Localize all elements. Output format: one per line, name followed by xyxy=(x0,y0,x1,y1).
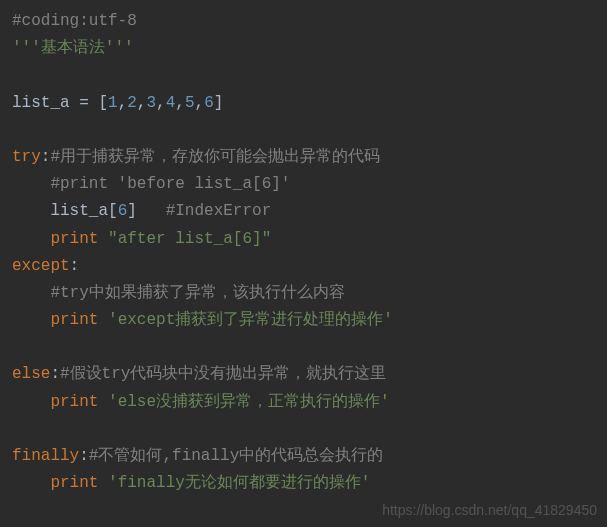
keyword-print: print xyxy=(50,393,98,411)
code-line-12: print 'except捕获到了异常进行处理的操作' xyxy=(12,307,595,334)
comment-indexerror: #IndexError xyxy=(137,202,271,220)
keyword-print: print xyxy=(50,311,98,329)
string-literal: "after list_a[6]" xyxy=(98,230,271,248)
index-literal: 6 xyxy=(118,202,128,220)
code-line-2: '''基本语法''' xyxy=(12,35,595,62)
keyword-print: print xyxy=(50,474,98,492)
string-literal: 'finally无论如何都要进行的操作' xyxy=(98,474,370,492)
comment-except: #try中如果捕获了异常，该执行什么内容 xyxy=(50,284,344,302)
code-line-3 xyxy=(12,62,595,89)
docstring: '''基本语法''' xyxy=(12,39,134,57)
keyword-try: try xyxy=(12,148,41,166)
variable-ref: list_a xyxy=(50,202,108,220)
code-line-18: print 'finally无论如何都要进行的操作' xyxy=(12,470,595,497)
keyword-else: else xyxy=(12,365,50,383)
code-line-17: finally:#不管如何,finally中的代码总会执行的 xyxy=(12,443,595,470)
keyword-finally: finally xyxy=(12,447,79,465)
code-block: #coding:utf-8 '''基本语法''' list_a = [1,2,3… xyxy=(12,8,595,497)
code-line-15: print 'else没捕获到异常，正常执行的操作' xyxy=(12,389,595,416)
code-line-13 xyxy=(12,334,595,361)
code-line-6: try:#用于捕获异常，存放你可能会抛出异常的代码 xyxy=(12,144,595,171)
variable-name: list_a xyxy=(12,94,70,112)
keyword-except: except xyxy=(12,257,70,275)
watermark-text: https://blog.csdn.net/qq_41829450 xyxy=(382,499,597,523)
comment-encoding: #coding:utf-8 xyxy=(12,12,137,30)
code-line-7: #print 'before list_a[6]' xyxy=(12,171,595,198)
code-line-14: else:#假设try代码块中没有抛出异常，就执行这里 xyxy=(12,361,595,388)
bracket-close: ] xyxy=(214,94,224,112)
code-line-16 xyxy=(12,416,595,443)
comment-try: #用于捕获异常，存放你可能会抛出异常的代码 xyxy=(50,148,380,166)
bracket-open: [ xyxy=(98,94,108,112)
comment-finally: #不管如何,finally中的代码总会执行的 xyxy=(89,447,383,465)
code-line-8: list_a[6] #IndexError xyxy=(12,198,595,225)
code-line-10: except: xyxy=(12,253,595,280)
code-line-1: #coding:utf-8 xyxy=(12,8,595,35)
string-literal: 'except捕获到了异常进行处理的操作' xyxy=(98,311,392,329)
commented-code: #print 'before list_a[6]' xyxy=(50,175,290,193)
code-line-5 xyxy=(12,117,595,144)
comment-else: #假设try代码块中没有抛出异常，就执行这里 xyxy=(60,365,386,383)
code-line-11: #try中如果捕获了异常，该执行什么内容 xyxy=(12,280,595,307)
keyword-print: print xyxy=(50,230,98,248)
string-literal: 'else没捕获到异常，正常执行的操作' xyxy=(98,393,389,411)
code-line-4: list_a = [1,2,3,4,5,6] xyxy=(12,90,595,117)
number-literal: 1 xyxy=(108,94,118,112)
code-line-9: print "after list_a[6]" xyxy=(12,226,595,253)
equals-op: = xyxy=(70,94,99,112)
